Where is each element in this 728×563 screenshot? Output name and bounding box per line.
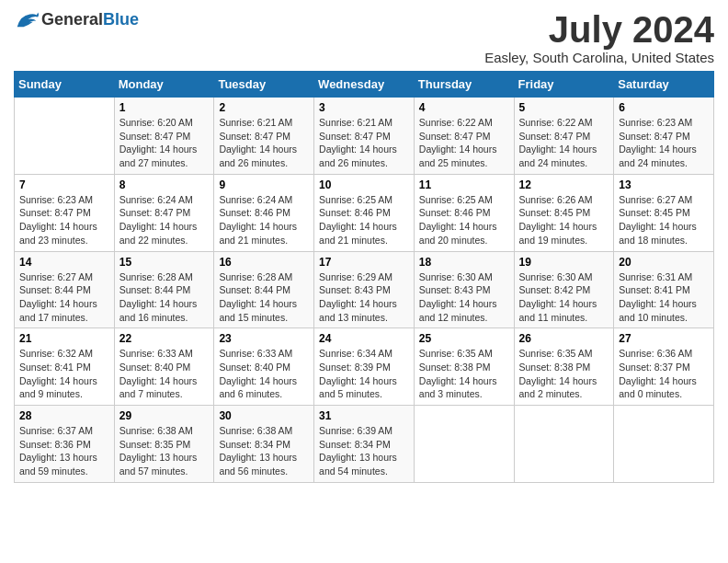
calendar-cell: 18Sunrise: 6:30 AM Sunset: 8:43 PM Dayli…	[414, 251, 514, 328]
calendar-subtitle: Easley, South Carolina, United States	[484, 50, 714, 65]
weekday-header-thursday: Thursday	[414, 72, 514, 98]
calendar-cell: 6Sunrise: 6:23 AM Sunset: 8:47 PM Daylig…	[614, 98, 714, 175]
day-number: 17	[319, 256, 409, 269]
calendar-cell: 8Sunrise: 6:24 AM Sunset: 8:47 PM Daylig…	[114, 174, 214, 251]
day-number: 26	[519, 332, 609, 345]
day-number: 13	[619, 178, 709, 191]
day-info: Sunrise: 6:27 AM Sunset: 8:44 PM Dayligh…	[19, 270, 109, 325]
calendar-cell: 1Sunrise: 6:20 AM Sunset: 8:47 PM Daylig…	[114, 98, 214, 175]
day-info: Sunrise: 6:21 AM Sunset: 8:47 PM Dayligh…	[319, 116, 409, 170]
day-number: 21	[19, 332, 109, 345]
day-number: 4	[419, 101, 509, 114]
calendar-cell: 10Sunrise: 6:25 AM Sunset: 8:46 PM Dayli…	[314, 174, 415, 251]
day-number: 7	[19, 178, 109, 191]
day-info: Sunrise: 6:33 AM Sunset: 8:40 PM Dayligh…	[219, 347, 309, 401]
calendar-cell: 29Sunrise: 6:38 AM Sunset: 8:35 PM Dayli…	[114, 406, 214, 483]
day-info: Sunrise: 6:36 AM Sunset: 8:37 PM Dayligh…	[619, 347, 709, 401]
day-info: Sunrise: 6:34 AM Sunset: 8:39 PM Dayligh…	[319, 347, 409, 401]
calendar-cell: 14Sunrise: 6:27 AM Sunset: 8:44 PM Dayli…	[15, 251, 115, 328]
day-info: Sunrise: 6:30 AM Sunset: 8:42 PM Dayligh…	[519, 270, 609, 325]
day-number: 2	[219, 101, 309, 114]
day-info: Sunrise: 6:23 AM Sunset: 8:47 PM Dayligh…	[19, 193, 109, 247]
day-number: 5	[519, 101, 609, 114]
day-info: Sunrise: 6:26 AM Sunset: 8:45 PM Dayligh…	[519, 193, 609, 247]
day-number: 23	[219, 332, 309, 345]
calendar-cell: 21Sunrise: 6:32 AM Sunset: 8:41 PM Dayli…	[15, 328, 115, 406]
calendar-cell	[414, 406, 514, 483]
calendar-cell: 28Sunrise: 6:37 AM Sunset: 8:36 PM Dayli…	[15, 406, 115, 483]
calendar-title: July 2024	[484, 9, 714, 50]
day-info: Sunrise: 6:22 AM Sunset: 8:47 PM Dayligh…	[419, 116, 509, 170]
calendar-cell: 11Sunrise: 6:25 AM Sunset: 8:46 PM Dayli…	[414, 174, 514, 251]
day-info: Sunrise: 6:25 AM Sunset: 8:46 PM Dayligh…	[319, 193, 409, 247]
day-info: Sunrise: 6:33 AM Sunset: 8:40 PM Dayligh…	[119, 347, 210, 401]
day-info: Sunrise: 6:31 AM Sunset: 8:41 PM Dayligh…	[619, 270, 709, 325]
day-info: Sunrise: 6:24 AM Sunset: 8:47 PM Dayligh…	[119, 193, 210, 247]
calendar-cell	[15, 98, 115, 175]
day-number: 15	[119, 256, 210, 269]
weekday-header-friday: Friday	[514, 72, 614, 98]
calendar-cell: 5Sunrise: 6:22 AM Sunset: 8:47 PM Daylig…	[514, 98, 614, 175]
day-number: 25	[419, 332, 509, 345]
day-info: Sunrise: 6:21 AM Sunset: 8:47 PM Dayligh…	[219, 116, 309, 170]
calendar-cell: 25Sunrise: 6:35 AM Sunset: 8:38 PM Dayli…	[414, 328, 514, 406]
logo-blue-text: Blue	[103, 10, 139, 29]
day-number: 30	[219, 409, 309, 422]
day-number: 22	[119, 332, 210, 345]
day-number: 20	[619, 256, 709, 269]
calendar-cell: 4Sunrise: 6:22 AM Sunset: 8:47 PM Daylig…	[414, 98, 514, 175]
day-info: Sunrise: 6:38 AM Sunset: 8:35 PM Dayligh…	[119, 424, 210, 478]
day-info: Sunrise: 6:23 AM Sunset: 8:47 PM Dayligh…	[619, 116, 709, 170]
day-info: Sunrise: 6:22 AM Sunset: 8:47 PM Dayligh…	[519, 116, 609, 170]
day-info: Sunrise: 6:28 AM Sunset: 8:44 PM Dayligh…	[119, 270, 210, 325]
calendar-cell: 30Sunrise: 6:38 AM Sunset: 8:34 PM Dayli…	[214, 406, 314, 483]
calendar-cell: 13Sunrise: 6:27 AM Sunset: 8:45 PM Dayli…	[614, 174, 714, 251]
day-number: 18	[419, 256, 509, 269]
day-info: Sunrise: 6:35 AM Sunset: 8:38 PM Dayligh…	[519, 347, 609, 401]
day-number: 10	[319, 178, 409, 191]
day-number: 11	[419, 178, 509, 191]
day-number: 12	[519, 178, 609, 191]
calendar-cell: 19Sunrise: 6:30 AM Sunset: 8:42 PM Dayli…	[514, 251, 614, 328]
day-info: Sunrise: 6:20 AM Sunset: 8:47 PM Dayligh…	[119, 116, 210, 170]
day-number: 8	[119, 178, 210, 191]
calendar-cell: 26Sunrise: 6:35 AM Sunset: 8:38 PM Dayli…	[514, 328, 614, 406]
weekday-header-wednesday: Wednesday	[314, 72, 415, 98]
calendar-cell: 23Sunrise: 6:33 AM Sunset: 8:40 PM Dayli…	[214, 328, 314, 406]
weekday-header-tuesday: Tuesday	[214, 72, 314, 98]
calendar-cell: 31Sunrise: 6:39 AM Sunset: 8:34 PM Dayli…	[314, 406, 415, 483]
calendar-cell: 7Sunrise: 6:23 AM Sunset: 8:47 PM Daylig…	[15, 174, 115, 251]
logo-general-text: General	[41, 10, 103, 29]
calendar-cell: 27Sunrise: 6:36 AM Sunset: 8:37 PM Dayli…	[614, 328, 714, 406]
day-info: Sunrise: 6:24 AM Sunset: 8:46 PM Dayligh…	[219, 193, 309, 247]
day-number: 24	[319, 332, 409, 345]
weekday-header-sunday: Sunday	[15, 72, 115, 98]
weekday-header-saturday: Saturday	[614, 72, 714, 98]
calendar-cell: 17Sunrise: 6:29 AM Sunset: 8:43 PM Dayli…	[314, 251, 415, 328]
calendar-cell: 9Sunrise: 6:24 AM Sunset: 8:46 PM Daylig…	[214, 174, 314, 251]
day-info: Sunrise: 6:28 AM Sunset: 8:44 PM Dayligh…	[219, 270, 309, 325]
calendar-cell	[514, 406, 614, 483]
calendar-cell: 20Sunrise: 6:31 AM Sunset: 8:41 PM Dayli…	[614, 251, 714, 328]
day-number: 14	[19, 256, 109, 269]
calendar-cell: 12Sunrise: 6:26 AM Sunset: 8:45 PM Dayli…	[514, 174, 614, 251]
calendar-cell: 24Sunrise: 6:34 AM Sunset: 8:39 PM Dayli…	[314, 328, 415, 406]
day-info: Sunrise: 6:30 AM Sunset: 8:43 PM Dayligh…	[419, 270, 509, 325]
calendar-cell: 15Sunrise: 6:28 AM Sunset: 8:44 PM Dayli…	[114, 251, 214, 328]
calendar-cell: 22Sunrise: 6:33 AM Sunset: 8:40 PM Dayli…	[114, 328, 214, 406]
calendar-cell: 3Sunrise: 6:21 AM Sunset: 8:47 PM Daylig…	[314, 98, 415, 175]
day-info: Sunrise: 6:38 AM Sunset: 8:34 PM Dayligh…	[219, 424, 309, 478]
day-number: 16	[219, 256, 309, 269]
day-info: Sunrise: 6:25 AM Sunset: 8:46 PM Dayligh…	[419, 193, 509, 247]
day-info: Sunrise: 6:35 AM Sunset: 8:38 PM Dayligh…	[419, 347, 509, 401]
day-info: Sunrise: 6:29 AM Sunset: 8:43 PM Dayligh…	[319, 270, 409, 325]
day-number: 29	[119, 409, 210, 422]
logo-bird-icon	[14, 9, 40, 29]
calendar-cell: 2Sunrise: 6:21 AM Sunset: 8:47 PM Daylig…	[214, 98, 314, 175]
day-info: Sunrise: 6:39 AM Sunset: 8:34 PM Dayligh…	[319, 424, 409, 478]
title-area: July 2024 Easley, South Carolina, United…	[484, 9, 714, 65]
day-number: 1	[119, 101, 210, 114]
day-number: 27	[619, 332, 709, 345]
day-info: Sunrise: 6:37 AM Sunset: 8:36 PM Dayligh…	[19, 424, 109, 478]
day-number: 9	[219, 178, 309, 191]
